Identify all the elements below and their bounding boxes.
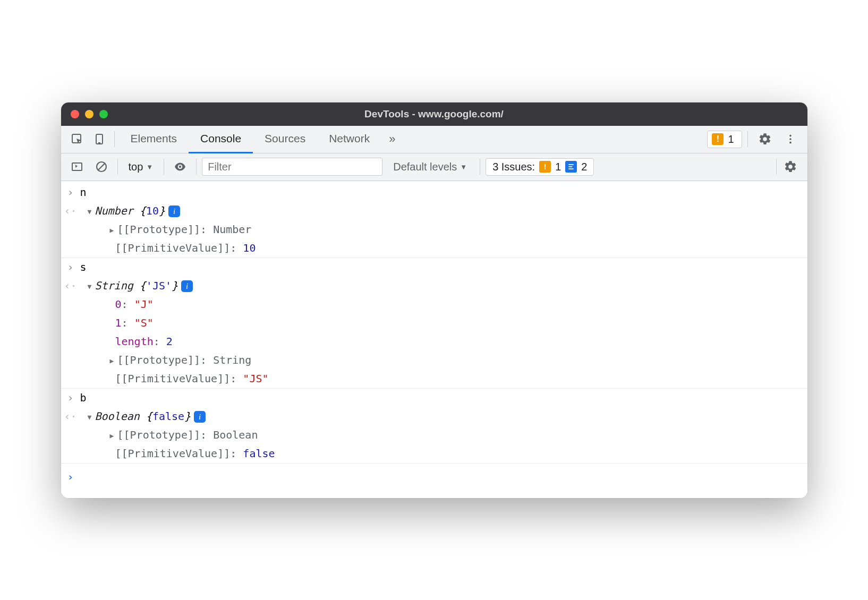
console-prompt-row[interactable]: › bbox=[61, 463, 807, 498]
separator bbox=[114, 131, 115, 147]
warning-count: 1 bbox=[728, 133, 734, 145]
chevron-down-icon: ▼ bbox=[146, 163, 153, 171]
console-input-row: › n bbox=[61, 181, 807, 202]
console-settings-button[interactable] bbox=[779, 155, 802, 178]
close-window-button[interactable] bbox=[71, 110, 79, 118]
info-badge-icon[interactable]: i bbox=[181, 280, 193, 292]
tab-console[interactable]: Console bbox=[189, 126, 253, 153]
object-property-row[interactable]: [[Prototype]]: String bbox=[61, 351, 807, 370]
input-marker-icon: › bbox=[61, 390, 80, 406]
maximize-window-button[interactable] bbox=[99, 110, 108, 118]
main-toolbar: Elements Console Sources Network » ! 1 bbox=[61, 126, 807, 153]
log-levels-select[interactable]: Default levels ▼ bbox=[386, 161, 474, 173]
svg-point-4 bbox=[789, 138, 792, 140]
object-property-row: [[PrimitiveValue]]: "JS" bbox=[61, 370, 807, 388]
input-text: b bbox=[80, 390, 802, 406]
execution-context-select[interactable]: top ▼ bbox=[123, 161, 159, 173]
titlebar: DevTools - www.google.com/ bbox=[61, 102, 807, 126]
input-marker-icon: › bbox=[61, 184, 80, 201]
console-output: › n ‹· Number {10}i [[Prototype]]: Numbe… bbox=[61, 181, 807, 498]
more-options-button[interactable] bbox=[779, 127, 802, 151]
inspect-element-icon[interactable] bbox=[66, 128, 88, 150]
expand-toggle-icon[interactable] bbox=[110, 356, 117, 366]
separator bbox=[196, 159, 197, 175]
separator bbox=[164, 159, 164, 175]
warnings-button[interactable]: ! 1 bbox=[707, 131, 742, 148]
object-property-row: [[PrimitiveValue]]: 10 bbox=[61, 239, 807, 258]
info-badge-icon[interactable]: i bbox=[168, 205, 180, 217]
issues-warning-count: 1 bbox=[555, 161, 561, 173]
object-property-row: 1: "S" bbox=[61, 314, 807, 332]
output-marker-icon: ‹· bbox=[61, 278, 80, 294]
console-output-row: ‹· Boolean {false}i bbox=[61, 407, 807, 426]
gear-icon bbox=[784, 160, 797, 174]
expand-toggle-icon[interactable] bbox=[110, 225, 117, 236]
prompt-marker-icon: › bbox=[61, 469, 80, 485]
output-marker-icon: ‹· bbox=[61, 203, 80, 219]
svg-line-8 bbox=[98, 164, 105, 170]
issues-label: 3 Issues: bbox=[492, 161, 535, 173]
console-output-row: ‹· Number {10}i bbox=[61, 202, 807, 220]
levels-label: Default levels bbox=[393, 161, 457, 173]
tab-network[interactable]: Network bbox=[317, 126, 381, 153]
console-input-field[interactable] bbox=[80, 469, 802, 485]
svg-point-9 bbox=[179, 166, 181, 168]
separator bbox=[747, 131, 748, 147]
tab-elements[interactable]: Elements bbox=[119, 126, 189, 153]
info-badge-icon[interactable]: i bbox=[194, 411, 206, 423]
info-icon bbox=[565, 161, 577, 173]
issues-button[interactable]: 3 Issues: ! 1 2 bbox=[486, 158, 594, 176]
object-property-row: 0: "J" bbox=[61, 295, 807, 314]
output-marker-icon: ‹· bbox=[61, 408, 80, 425]
sidebar-toggle-icon[interactable] bbox=[66, 156, 88, 177]
expand-toggle-icon[interactable] bbox=[88, 412, 95, 423]
object-preview[interactable]: String {'JS'}i bbox=[80, 278, 802, 294]
warning-icon: ! bbox=[539, 161, 551, 173]
clear-console-icon[interactable] bbox=[91, 156, 112, 177]
warning-icon: ! bbox=[712, 133, 724, 145]
expand-toggle-icon[interactable] bbox=[88, 207, 95, 217]
object-property-row[interactable]: [[Prototype]]: Boolean bbox=[61, 426, 807, 444]
window-title: DevTools - www.google.com/ bbox=[61, 108, 807, 120]
console-input-row: › s bbox=[61, 258, 807, 277]
expand-toggle-icon[interactable] bbox=[88, 281, 95, 292]
svg-rect-6 bbox=[72, 163, 82, 170]
traffic-lights bbox=[71, 110, 108, 118]
gear-icon bbox=[758, 132, 772, 146]
object-property-row: [[PrimitiveValue]]: false bbox=[61, 444, 807, 463]
object-property-row: length: 2 bbox=[61, 332, 807, 351]
console-toolbar: top ▼ Default levels ▼ 3 Issues: ! 1 2 bbox=[61, 153, 807, 181]
input-marker-icon: › bbox=[61, 259, 80, 276]
device-toolbar-icon[interactable] bbox=[89, 128, 110, 150]
input-text: n bbox=[80, 184, 802, 201]
chevron-down-icon: ▼ bbox=[460, 163, 467, 171]
minimize-window-button[interactable] bbox=[85, 110, 93, 118]
object-preview[interactable]: Number {10}i bbox=[80, 203, 802, 219]
separator bbox=[117, 159, 118, 175]
svg-point-3 bbox=[789, 135, 792, 137]
more-tabs-icon[interactable]: » bbox=[382, 132, 402, 146]
console-output-row: ‹· String {'JS'}i bbox=[61, 277, 807, 295]
devtools-window: DevTools - www.google.com/ Elements Cons… bbox=[61, 102, 807, 498]
settings-button[interactable] bbox=[753, 127, 777, 151]
object-preview[interactable]: Boolean {false}i bbox=[80, 408, 802, 425]
tab-sources[interactable]: Sources bbox=[253, 126, 317, 153]
separator bbox=[480, 159, 480, 175]
context-label: top bbox=[129, 161, 143, 173]
object-property-row[interactable]: [[Prototype]]: Number bbox=[61, 220, 807, 239]
toolbar-right: ! 1 bbox=[707, 127, 802, 151]
expand-toggle-icon[interactable] bbox=[110, 431, 117, 441]
input-text: s bbox=[80, 259, 802, 276]
console-input-row: › b bbox=[61, 388, 807, 407]
kebab-icon bbox=[785, 133, 796, 145]
panel-tabs: Elements Console Sources Network bbox=[119, 126, 382, 153]
live-expression-icon[interactable] bbox=[169, 156, 191, 177]
svg-point-5 bbox=[789, 142, 792, 144]
filter-input[interactable] bbox=[202, 158, 382, 176]
issues-info-count: 2 bbox=[581, 161, 587, 173]
separator bbox=[776, 159, 777, 175]
